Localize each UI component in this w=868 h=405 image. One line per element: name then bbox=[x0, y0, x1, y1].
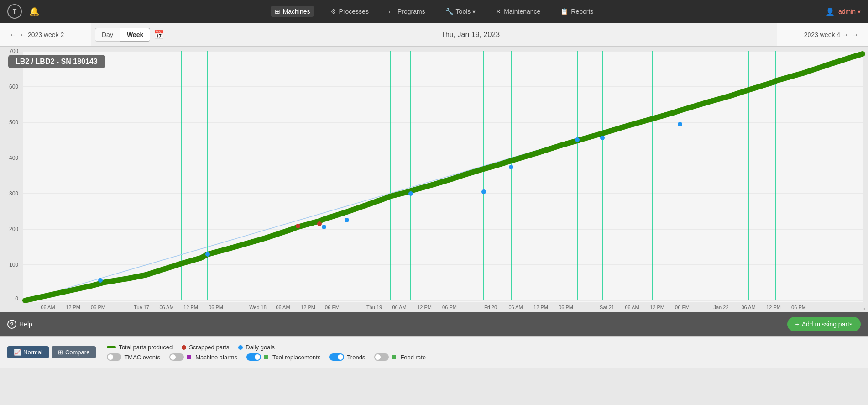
svg-text:06 PM: 06 PM bbox=[791, 305, 806, 310]
svg-text:06 AM: 06 AM bbox=[741, 305, 755, 310]
svg-text:12 PM: 12 PM bbox=[66, 305, 80, 310]
nav-maintenance[interactable]: ✕ Maintenance bbox=[492, 6, 544, 17]
legend-scrapped: Scrapped parts bbox=[182, 344, 229, 351]
daily-goals-legend-color bbox=[238, 345, 243, 350]
legend-machine-alarms: Machine alarms bbox=[169, 353, 237, 361]
chart-line-icon: 📈 bbox=[14, 349, 21, 356]
svg-text:06 PM: 06 PM bbox=[91, 305, 105, 310]
processes-icon: ⚙ bbox=[330, 8, 336, 15]
svg-text:06 PM: 06 PM bbox=[559, 305, 573, 310]
svg-text:200: 200 bbox=[9, 226, 18, 232]
svg-point-40 bbox=[408, 191, 413, 196]
maintenance-icon: ✕ bbox=[496, 8, 501, 15]
machine-alarms-toggle[interactable] bbox=[169, 353, 184, 361]
svg-point-37 bbox=[205, 252, 210, 257]
svg-text:06 AM: 06 AM bbox=[625, 305, 639, 310]
legend-daily-goals: Daily goals bbox=[238, 344, 275, 351]
tool-replacements-toggle[interactable] bbox=[246, 353, 261, 361]
machine-label: LB2 / LBD2 - SN 180143 bbox=[8, 55, 105, 68]
svg-text:06 AM: 06 AM bbox=[41, 305, 55, 310]
total-parts-legend-color bbox=[107, 346, 116, 348]
svg-text:600: 600 bbox=[9, 84, 18, 90]
grid-icon: ⊞ bbox=[275, 8, 280, 15]
svg-text:06 AM: 06 AM bbox=[276, 305, 290, 310]
svg-text:Fri 20: Fri 20 bbox=[484, 305, 497, 310]
compare-icon: ⊞ bbox=[58, 349, 63, 356]
svg-text:06 PM: 06 PM bbox=[209, 305, 223, 310]
feed-rate-color bbox=[392, 355, 396, 359]
svg-point-43 bbox=[575, 137, 580, 142]
legend-bar: 📈 Normal ⊞ Compare Total parts produced … bbox=[0, 336, 868, 368]
svg-text:Jan 22: Jan 22 bbox=[713, 305, 728, 310]
legend-total-parts: Total parts produced bbox=[107, 344, 173, 351]
svg-point-42 bbox=[509, 165, 513, 169]
svg-text:Sat 21: Sat 21 bbox=[600, 305, 614, 310]
svg-text:12 PM: 12 PM bbox=[183, 305, 198, 310]
nav-programs[interactable]: ▭ Programs bbox=[385, 6, 429, 17]
user-menu[interactable]: admin ▾ bbox=[838, 8, 861, 15]
chart-svg: 700 600 500 400 300 200 100 0 bbox=[0, 47, 868, 312]
chart-area: LB2 / LBD2 - SN 180143 700 600 500 400 3… bbox=[0, 47, 868, 312]
svg-text:12 PM: 12 PM bbox=[650, 305, 664, 310]
svg-text:700: 700 bbox=[9, 48, 18, 54]
prev-week-button[interactable]: ← ← 2023 week 2 bbox=[0, 23, 91, 46]
week-navigation: ← ← 2023 week 2 Day Week 📅 Thu, Jan 19, … bbox=[0, 23, 868, 47]
arrow-right-icon: → bbox=[852, 31, 858, 38]
svg-text:06 PM: 06 PM bbox=[325, 305, 340, 310]
svg-text:12 PM: 12 PM bbox=[301, 305, 315, 310]
help-button[interactable]: ? Help bbox=[7, 320, 32, 329]
notification-bell[interactable]: 🔔 bbox=[29, 6, 39, 16]
svg-text:12 PM: 12 PM bbox=[766, 305, 781, 310]
svg-text:06 AM: 06 AM bbox=[508, 305, 523, 310]
view-normal-button[interactable]: 📈 Normal bbox=[7, 346, 49, 358]
feed-rate-toggle[interactable] bbox=[374, 353, 389, 361]
machine-alarms-color bbox=[187, 355, 191, 359]
svg-point-45 bbox=[678, 122, 682, 126]
svg-text:300: 300 bbox=[9, 190, 18, 197]
svg-text:⊿: ⊿ bbox=[862, 306, 865, 311]
svg-point-35 bbox=[317, 221, 322, 226]
nav-processes[interactable]: ⚙ Processes bbox=[327, 6, 372, 17]
svg-text:12 PM: 12 PM bbox=[533, 305, 548, 310]
trends-toggle[interactable] bbox=[329, 353, 344, 361]
scrapped-legend-color bbox=[182, 345, 186, 350]
svg-point-38 bbox=[322, 225, 326, 229]
svg-text:Thu 19: Thu 19 bbox=[366, 305, 382, 310]
svg-point-39 bbox=[345, 218, 349, 222]
svg-point-36 bbox=[98, 278, 103, 283]
calendar-icon[interactable]: 📅 bbox=[154, 30, 164, 40]
nav-reports[interactable]: 📋 Reports bbox=[557, 6, 597, 17]
user-avatar-icon: 👤 bbox=[826, 7, 835, 16]
legend-feed-rate: Feed rate bbox=[374, 353, 426, 361]
tmac-toggle[interactable] bbox=[107, 353, 121, 361]
date-display: Thu, Jan 19, 2023 bbox=[164, 31, 777, 39]
svg-text:06 AM: 06 AM bbox=[392, 305, 406, 310]
day-toggle-button[interactable]: Day bbox=[95, 28, 120, 42]
svg-point-44 bbox=[600, 136, 605, 140]
svg-point-34 bbox=[296, 224, 300, 228]
view-compare-button[interactable]: ⊞ Compare bbox=[52, 346, 96, 358]
legend-tool-replacements: Tool replacements bbox=[246, 353, 321, 361]
nav-tools[interactable]: 🔧 Tools ▾ bbox=[442, 6, 480, 17]
svg-text:06 PM: 06 PM bbox=[442, 305, 457, 310]
svg-text:400: 400 bbox=[9, 155, 18, 161]
legend-tmac: TMAC events bbox=[107, 353, 160, 361]
tool-replacements-color bbox=[264, 355, 268, 359]
tools-icon: 🔧 bbox=[445, 8, 453, 15]
week-toggle-button[interactable]: Week bbox=[120, 28, 150, 42]
top-navigation: T 🔔 ⊞ Machines ⚙ Processes ▭ Programs 🔧 … bbox=[0, 0, 868, 23]
svg-text:500: 500 bbox=[9, 119, 18, 126]
logo[interactable]: T bbox=[7, 4, 22, 19]
help-icon: ? bbox=[7, 320, 16, 329]
svg-text:06 AM: 06 AM bbox=[159, 305, 173, 310]
legend-trends: Trends bbox=[329, 353, 365, 361]
svg-point-41 bbox=[481, 189, 486, 194]
svg-text:100: 100 bbox=[9, 262, 18, 268]
next-week-button[interactable]: 2023 week 4 → → bbox=[777, 23, 868, 46]
svg-text:Wed 18: Wed 18 bbox=[249, 305, 267, 310]
programs-icon: ▭ bbox=[389, 8, 395, 15]
add-missing-parts-button[interactable]: + Add missing parts bbox=[787, 317, 861, 331]
svg-text:12 PM: 12 PM bbox=[417, 305, 432, 310]
nav-machines[interactable]: ⊞ Machines bbox=[271, 6, 314, 17]
bottom-action-bar: ? Help + Add missing parts bbox=[0, 312, 868, 336]
